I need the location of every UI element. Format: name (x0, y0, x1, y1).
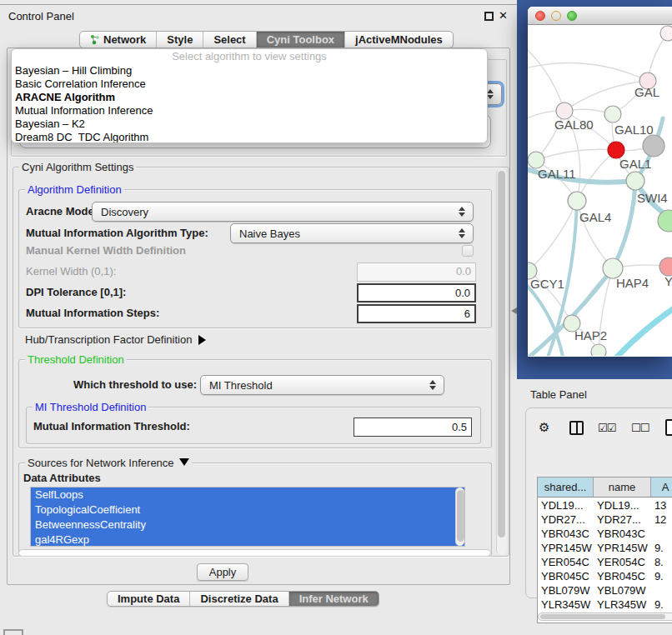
algorithm-option[interactable]: Mutual Information Inference (12, 104, 487, 118)
table-row[interactable]: YPR145WYPR145W9. (538, 541, 672, 555)
settings-gear-icon[interactable]: ⚙ (539, 420, 549, 435)
table-cell: YLR345W (594, 598, 651, 612)
attributes-list-scrollbar[interactable] (455, 488, 464, 546)
mi-type-label: Mutual Information Algorithm Type: (26, 223, 208, 243)
data-attributes-list[interactable]: SelfLoopsTopologicalCoefficientBetweenne… (30, 487, 465, 547)
panel-top-border (0, 4, 517, 5)
network-node[interactable] (591, 344, 606, 356)
sources-title[interactable]: Sources for Network Inference (25, 458, 192, 468)
collapsed-arrow-icon (198, 335, 206, 345)
table-cell: 9. (651, 598, 672, 612)
aracne-mode-select[interactable]: Discovery (92, 202, 474, 222)
settings-scrollbar[interactable] (496, 168, 507, 555)
network-edge (536, 149, 616, 160)
network-view-window[interactable]: GALGAL80GAL10GAL1GAL11SWI4GAL4YHAP4GCY1H… (528, 7, 672, 357)
algorithm-option[interactable]: Bayesian – K2 (12, 118, 487, 131)
zoom-button[interactable] (567, 11, 577, 21)
mi-threshold-label: Mutual Information Threshold: (33, 417, 190, 437)
network-node-y[interactable] (659, 258, 672, 276)
network-node-gal1[interactable] (608, 142, 624, 158)
table-horizontal-scrollbar[interactable] (538, 612, 672, 621)
table-cell: YLR345W (538, 598, 594, 612)
network-node-gal80[interactable] (556, 102, 573, 119)
hub-definition-toggle[interactable]: Hub/Transcription Factor Definition (25, 333, 206, 346)
table-cell: 12 (651, 512, 672, 527)
mi-type-select[interactable]: Naive Bayes (230, 223, 474, 243)
attribute-item[interactable]: gal4RGexp (31, 532, 464, 547)
settings-horizontal-scrollbar[interactable] (18, 549, 491, 557)
split-columns-icon[interactable] (569, 421, 584, 435)
attribute-item[interactable]: BetweennessCentrality (31, 518, 464, 532)
table-cell: YDL19... (538, 498, 594, 512)
cyni-algorithm-settings-group: Cyni Algorithm Settings Algorithm Defini… (13, 167, 509, 557)
manual-kernel-checkbox[interactable] (462, 245, 474, 257)
network-node-gal11[interactable] (528, 152, 544, 168)
table-panel: Table Panel ⚙ ☑☑ ☐☐ shared...nameA YDL19… (517, 379, 672, 635)
table-panel-title: Table Panel (530, 388, 587, 401)
tab-select[interactable]: Select (203, 32, 256, 48)
tab-cyni-toolbox[interactable]: Cyni Toolbox (257, 32, 345, 48)
network-icon (90, 34, 100, 45)
float-window-icon[interactable] (484, 12, 494, 21)
node-label: GAL10 (614, 122, 654, 137)
minimize-button[interactable] (551, 11, 561, 21)
attribute-item[interactable]: SelfLoops (31, 488, 464, 502)
network-node-gal4[interactable] (568, 192, 586, 210)
algorithm-option[interactable]: Basic Correlation Inference (12, 78, 487, 91)
table-cell: YBL079W (538, 583, 594, 598)
kernel-width-label: Kernel Width (0,1): (26, 262, 116, 282)
network-canvas[interactable]: GALGAL80GAL10GAL1GAL11SWI4GAL4YHAP4GCY1H… (528, 25, 672, 356)
network-node-gal10[interactable] (604, 106, 621, 122)
tab-discretize-data[interactable]: Discretize Data (190, 592, 288, 606)
sources-group: Sources for Network Inference Data Attri… (18, 462, 492, 557)
tab-network[interactable]: Network (80, 32, 157, 48)
threshold-definition-group: Threshold Definition Which threshold to … (18, 359, 492, 448)
unchecked-columns-icon[interactable]: ☐☐ (631, 422, 649, 434)
which-threshold-select[interactable]: MI Threshold (200, 375, 444, 395)
kernel-width-input[interactable]: 0.0 (357, 262, 476, 282)
tab-style[interactable]: Style (157, 32, 203, 48)
tab-impute-data[interactable]: Impute Data (108, 592, 190, 606)
node-table[interactable]: shared...nameA YDL19...YDL19...13YDR27..… (537, 477, 672, 623)
column-header[interactable]: name (594, 478, 651, 497)
table-row[interactable]: YDL19...YDL19...13 (538, 498, 672, 512)
aracne-mode-value: Discovery (101, 206, 148, 218)
mi-threshold-input[interactable]: 0.5 (354, 418, 472, 437)
column-header[interactable]: shared... (538, 478, 594, 497)
node-label: SWI4 (637, 191, 668, 205)
network-edge (528, 46, 564, 111)
table-row[interactable]: YBR045CYBR045C9. (538, 569, 672, 583)
mi-steps-input[interactable]: 6 (357, 304, 476, 323)
node-label: GCY1 (530, 277, 564, 291)
table-row[interactable]: YBR043CYBR043C (538, 527, 672, 541)
network-node[interactable] (660, 26, 672, 41)
table-row[interactable]: YBL079WYBL079W (538, 583, 672, 598)
apply-button[interactable]: Apply (197, 563, 248, 581)
algorithm-option[interactable]: Dream8 DC_TDC Algorithm (12, 131, 487, 143)
attribute-item[interactable]: TopologicalCoefficient (31, 502, 464, 518)
tab-jactivemnodules[interactable]: jActiveMNodules (345, 32, 453, 48)
network-window-titlebar[interactable] (528, 7, 672, 25)
network-edge (609, 308, 672, 356)
combo-arrows-icon (459, 207, 465, 217)
mouse-cursor (511, 308, 517, 314)
close-icon[interactable]: ✕ (499, 9, 508, 22)
network-node[interactable] (643, 135, 664, 157)
hub-definition-label: Hub/Transcription Factor Definition (25, 333, 192, 346)
mi-threshold-title: MI Threshold Definition (33, 402, 148, 412)
tab-infer-network[interactable]: Infer Network (289, 592, 379, 606)
algorithm-option[interactable]: ARACNE Algorithm (12, 91, 487, 104)
column-header[interactable]: A (651, 478, 672, 497)
checked-columns-icon[interactable]: ☑☑ (598, 422, 615, 434)
export-table-icon[interactable] (665, 419, 672, 436)
table-cell: YBR043C (594, 527, 651, 541)
network-node-swi4[interactable] (626, 172, 644, 190)
combo-arrows-icon (429, 380, 436, 390)
dpi-tolerance-input[interactable]: 0.0 (357, 283, 476, 302)
table-row[interactable]: YDR27...YDR27...12 (538, 512, 672, 527)
close-button[interactable] (535, 11, 545, 21)
table-row[interactable]: YER054CYER054C8. (538, 555, 672, 569)
table-row[interactable]: YLR345WYLR345W9. (538, 598, 672, 612)
algorithm-definition-title: Algorithm Definition (25, 184, 124, 195)
algorithm-option[interactable]: Bayesian – Hill Climbing (12, 64, 487, 78)
